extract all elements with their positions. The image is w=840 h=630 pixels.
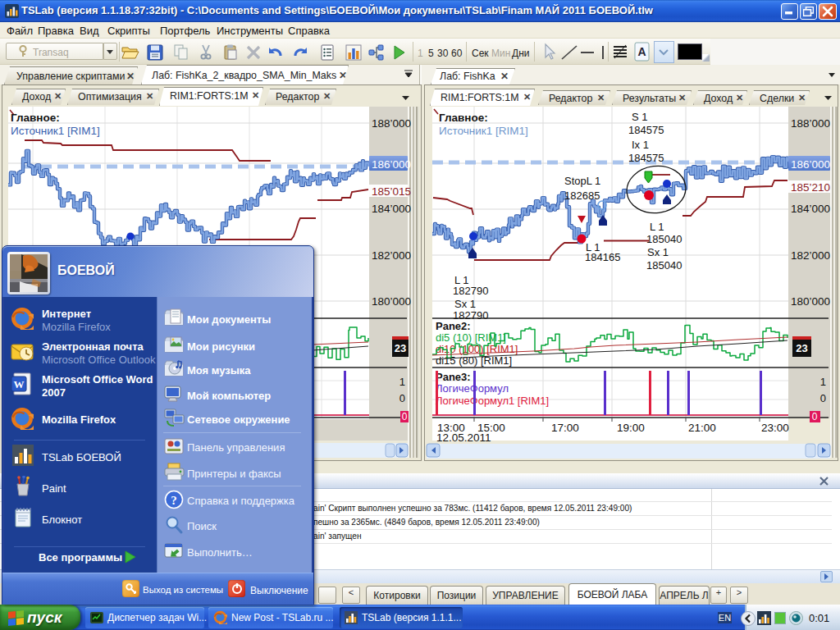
svg-text:186’000: 186’000 (372, 158, 411, 171)
svg-text:12.05.2011: 12.05.2011 (436, 431, 491, 444)
svg-text:182685: 182685 (564, 189, 600, 202)
svg-text:Главное:: Главное: (11, 112, 60, 124)
svg-text:0: 0 (812, 411, 818, 422)
svg-text:Pane2:: Pane2: (436, 320, 471, 332)
svg-text:182’000: 182’000 (791, 249, 830, 262)
svg-text:180’000: 180’000 (791, 295, 830, 308)
svg-text:0: 0 (402, 411, 408, 422)
svg-text:L 1: L 1 (650, 221, 664, 233)
svg-text:21:00: 21:00 (688, 422, 716, 434)
svg-text:184’000: 184’000 (372, 203, 411, 215)
svg-text:188’000: 188’000 (791, 117, 830, 130)
svg-text:1: 1 (820, 376, 826, 388)
svg-text:1: 1 (399, 376, 405, 388)
svg-text:185040: 185040 (646, 259, 682, 272)
svg-text:180’000: 180’000 (372, 295, 411, 308)
svg-text:Pane3:: Pane3: (436, 371, 471, 383)
svg-text:186’000: 186’000 (791, 158, 830, 171)
svg-text:184575: 184575 (628, 152, 664, 164)
svg-text:StopL 1: StopL 1 (564, 175, 600, 187)
svg-text:W: W (14, 378, 25, 390)
svg-text:Sx 1: Sx 1 (454, 298, 476, 310)
svg-text:S 1: S 1 (632, 111, 648, 123)
svg-text:Sx 1: Sx 1 (647, 246, 669, 258)
svg-text:19:00: 19:00 (617, 422, 645, 434)
svg-text:188’000: 188’000 (372, 117, 411, 130)
svg-text:184165: 184165 (585, 251, 620, 263)
svg-text:ЛогичеФормул1 [RIM1]: ЛогичеФормул1 [RIM1] (436, 395, 549, 407)
svg-text:ЛогичеФормул: ЛогичеФормул (436, 382, 509, 395)
svg-text:185’015: 185’015 (372, 185, 411, 198)
svg-text:184575: 184575 (628, 124, 664, 136)
svg-text:23: 23 (796, 342, 807, 354)
svg-text:23:00: 23:00 (761, 422, 789, 434)
svg-text:182790: 182790 (453, 285, 488, 297)
svg-text:0: 0 (399, 392, 405, 404)
svg-text:0: 0 (820, 392, 826, 404)
svg-text:184’000: 184’000 (791, 203, 830, 215)
svg-text:di5 (10) [RIM1]: di5 (10) [RIM1] (436, 331, 506, 344)
svg-text:A: A (637, 45, 646, 58)
svg-text:Главное:: Главное: (439, 112, 488, 124)
svg-text:17:00: 17:00 (551, 422, 579, 434)
svg-text:185040: 185040 (646, 233, 682, 245)
svg-text:Источник1 [RIM1]: Источник1 [RIM1] (11, 125, 100, 137)
svg-text:23: 23 (395, 342, 406, 354)
svg-text:182’000: 182’000 (372, 249, 411, 262)
svg-text:185’210: 185’210 (791, 181, 830, 194)
svg-text:Источник1 [RIM1]: Источник1 [RIM1] (439, 125, 528, 137)
svg-text:Ix 1: Ix 1 (632, 139, 649, 151)
svg-text:?: ? (171, 494, 177, 507)
